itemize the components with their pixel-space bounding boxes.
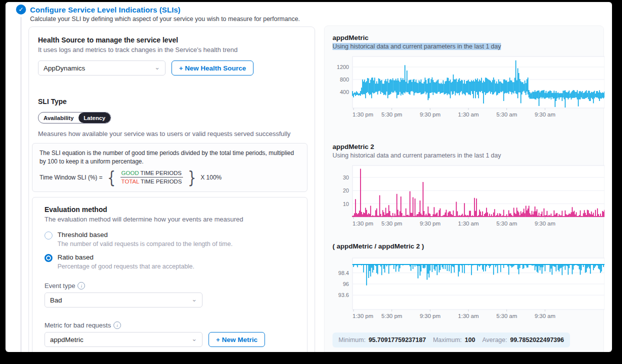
sli-type-description: Measures how available your service was … xyxy=(38,130,306,138)
left-brace: { xyxy=(108,170,116,186)
chart-appdmetric: 40080012001:30 pm5:30 pm9:30 pm1:30 am5:… xyxy=(332,54,604,121)
page-subtitle: Calculate your SLI by defining which asp… xyxy=(30,16,612,22)
ratio-based-description: Percentage of good requests that are acc… xyxy=(58,263,194,270)
radio-unselected-icon[interactable] xyxy=(44,232,52,240)
chart-ratio: 93.69698.41:30 pm5:30 pm9:30 pm1:30 am5:… xyxy=(332,255,604,322)
metric-bad-value: appdMetric xyxy=(50,336,84,344)
metric-bad-select[interactable]: appdMetric ⌄ xyxy=(44,332,202,347)
health-source-title: Health Source to manage the service leve… xyxy=(38,36,306,44)
step-complete-check-icon: ✓ xyxy=(16,4,26,14)
svg-text:1:30 pm: 1:30 pm xyxy=(352,220,374,226)
chart2-title: appdMetric 2 xyxy=(332,143,604,150)
ratio-stats-bar: Minimum: 95.70917759237187 Maximum: 100 … xyxy=(332,332,570,348)
sli-type-option-availability[interactable]: Availability xyxy=(38,112,78,123)
metric-bad-label: Metric for bad requests i xyxy=(44,322,295,329)
minimum-value: 95.70917759237187 xyxy=(368,336,426,344)
average-label: Average: xyxy=(482,336,507,344)
chevron-down-icon: ⌄ xyxy=(192,296,197,302)
chart1-title: appdMetric xyxy=(332,34,604,42)
radio-selected-icon[interactable] xyxy=(44,254,52,262)
maximum-value: 100 xyxy=(465,336,476,344)
metric-bad-label-text: Metric for bad requests xyxy=(44,322,111,329)
denominator-rest: TIME PERIODS xyxy=(140,178,182,184)
svg-text:9:30 pm: 9:30 pm xyxy=(420,112,440,118)
threshold-based-description: The number of valid requests is compared… xyxy=(58,240,232,248)
average-value: 99.7852022497396 xyxy=(510,336,564,344)
svg-text:9:30 pm: 9:30 pm xyxy=(420,313,440,319)
svg-text:9:30 pm: 9:30 pm xyxy=(420,220,440,226)
svg-text:5:30 am: 5:30 am xyxy=(496,313,518,319)
right-brace: } xyxy=(188,170,196,186)
maximum-label: Maximum: xyxy=(433,336,462,344)
radio-threshold-based[interactable]: Threshold based The number of valid requ… xyxy=(44,231,295,248)
numerator-rest: TIME PERIODS xyxy=(140,170,182,176)
svg-text:98.4: 98.4 xyxy=(338,270,349,276)
stepper-connector-line xyxy=(20,17,22,352)
sli-type-title: SLI Type xyxy=(38,98,306,106)
sli-config-panel: Health Source to manage the service leve… xyxy=(28,26,315,352)
svg-text:5:30 pm: 5:30 pm xyxy=(382,220,402,226)
equation-prefix: Time Window SLI (%) = xyxy=(40,174,102,181)
info-icon[interactable]: i xyxy=(78,282,85,290)
total-accent: TOTAL xyxy=(122,178,140,184)
equation-fraction: GOOD TIME PERIODS TOTAL TIME PERIODS xyxy=(120,170,183,184)
ratio-based-label: Ratio based xyxy=(58,254,194,261)
threshold-based-label: Threshold based xyxy=(58,231,232,238)
chart2-subtitle: Using historical data and current parame… xyxy=(332,152,501,159)
svg-text:9:30 am: 9:30 am xyxy=(534,112,556,118)
wizard-step-header: ✓ Configure Service Level Indicatiors (S… xyxy=(6,2,612,22)
chart-appdmetric-2: 1020301:30 pm5:30 pm9:30 pm1:30 am5:30 a… xyxy=(332,162,604,230)
svg-text:400: 400 xyxy=(340,89,349,95)
info-icon[interactable]: i xyxy=(114,322,121,329)
radio-ratio-based[interactable]: Ratio based Percentage of good requests … xyxy=(44,254,295,270)
svg-text:9:30 am: 9:30 am xyxy=(534,220,556,226)
svg-text:1:30 am: 1:30 am xyxy=(458,220,479,226)
svg-text:96: 96 xyxy=(343,281,349,287)
event-type-value: Bad xyxy=(50,296,62,304)
svg-text:1200: 1200 xyxy=(337,64,349,70)
event-type-label: Event type i xyxy=(44,282,295,290)
health-source-value: AppDynamics xyxy=(44,64,85,72)
svg-text:5:30 am: 5:30 am xyxy=(496,220,518,226)
sli-type-option-latency[interactable]: Latency xyxy=(78,112,110,123)
svg-text:1:30 pm: 1:30 pm xyxy=(352,313,374,319)
svg-text:10: 10 xyxy=(343,201,349,207)
good-accent: GOOD xyxy=(122,170,139,176)
evaluation-method-title: Evaluation method xyxy=(44,206,295,214)
chart1-subtitle: Using historical data and current parame… xyxy=(332,43,501,50)
svg-text:20: 20 xyxy=(343,188,349,194)
new-metric-button[interactable]: + New Metric xyxy=(208,332,265,347)
chevron-down-icon: ⌄ xyxy=(154,64,160,70)
svg-text:9:30 am: 9:30 am xyxy=(534,313,556,319)
equation-suffix: X 100% xyxy=(200,174,222,181)
evaluation-method-description: The evaluation method will determine how… xyxy=(44,216,295,223)
chevron-down-icon: ⌄ xyxy=(192,336,197,342)
svg-text:1:30 am: 1:30 am xyxy=(458,112,479,118)
svg-text:800: 800 xyxy=(340,76,349,82)
evaluation-method-box: Evaluation method The evaluation method … xyxy=(32,197,308,352)
health-source-description: It uses logs and metrics to track change… xyxy=(38,46,306,54)
sli-equation-box: The SLI equation is the number of good t… xyxy=(32,143,308,192)
page-title: Configure Service Level Indicatiors (SLI… xyxy=(30,6,612,14)
chart3-title: ( appdMetric / appdMetric 2 ) xyxy=(332,242,604,250)
minimum-label: Minimum: xyxy=(338,336,366,344)
sli-equation-formula: Time Window SLI (%) = { GOOD TIME PERIOD… xyxy=(40,170,300,186)
sli-type-toggle: Availability Latency xyxy=(38,112,111,124)
svg-text:1:30 pm: 1:30 pm xyxy=(352,112,374,118)
svg-text:93.6: 93.6 xyxy=(338,292,349,298)
app-window: ✓ Configure Service Level Indicatiors (S… xyxy=(6,2,612,352)
health-source-select[interactable]: AppDynamics ⌄ xyxy=(38,60,166,76)
svg-text:1:30 am: 1:30 am xyxy=(458,313,479,319)
svg-text:5:30 am: 5:30 am xyxy=(496,112,518,118)
svg-text:30: 30 xyxy=(343,174,349,180)
event-type-label-text: Event type xyxy=(44,282,75,290)
metric-preview-panel: appdMetric Using historical data and cur… xyxy=(324,26,604,352)
event-type-select[interactable]: Bad ⌄ xyxy=(44,292,202,308)
svg-text:5:30 pm: 5:30 pm xyxy=(382,313,402,319)
sli-equation-text: The SLI equation is the number of good t… xyxy=(40,149,300,166)
svg-text:5:30 pm: 5:30 pm xyxy=(382,112,402,118)
new-health-source-button[interactable]: + New Health Source xyxy=(172,60,254,76)
